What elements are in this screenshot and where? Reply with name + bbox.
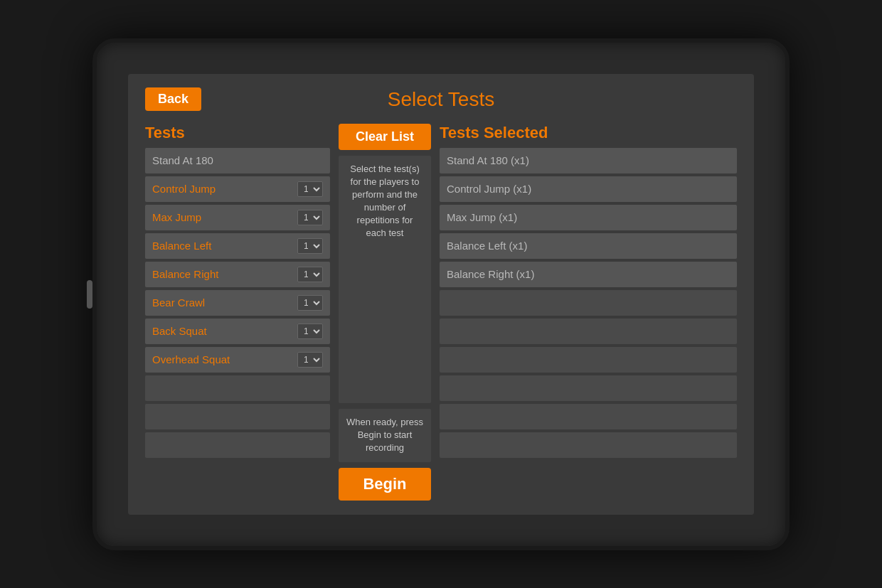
test-item-label: Balance Right (152, 268, 218, 280)
counter-select[interactable]: 1 ∨23 (297, 238, 323, 254)
selected-column-title: Tests Selected (440, 124, 737, 142)
test-item-label: Balance Left (152, 240, 211, 252)
counter-select[interactable]: 1 ∨23 (297, 295, 323, 311)
list-item (440, 375, 737, 401)
selected-item-label: Balance Right (x1) (447, 268, 534, 280)
list-item (440, 404, 737, 429)
list-item[interactable]: Balance Right 1 ∨23 (145, 262, 330, 287)
test-item-label: Overhead Squat (152, 353, 230, 365)
list-item[interactable]: Control Jump (x1) (440, 176, 737, 202)
counter-select[interactable]: 1 ∨23 (297, 352, 323, 368)
list-item (440, 319, 737, 344)
list-item[interactable]: Max Jump 1 ∨23 (145, 205, 330, 230)
list-item[interactable]: Overhead Squat 1 ∨23 (145, 347, 330, 373)
tests-column: Tests Stand At 180 Control Jump 1 ∨23 Ma… (145, 124, 330, 501)
counter-select[interactable]: 1 ∨23 (297, 324, 323, 339)
tablet-screen: Back Select Tests Tests Stand At 180 Con… (128, 74, 754, 515)
clear-list-button[interactable]: Clear List (339, 124, 431, 150)
back-button[interactable]: Back (145, 87, 201, 111)
when-ready-text: When ready, press Begin to start recordi… (339, 409, 431, 462)
test-item-label: Back Squat (152, 325, 207, 337)
list-item[interactable]: Bear Crawl 1 ∨23 (145, 290, 330, 316)
list-item (440, 290, 737, 316)
selected-item-label: Control Jump (x1) (447, 183, 531, 195)
tests-column-title: Tests (145, 124, 330, 142)
test-item-label: Stand At 180 (152, 154, 213, 166)
counter-select[interactable]: 1 ∨23 (297, 181, 323, 197)
begin-button[interactable]: Begin (339, 468, 431, 501)
tablet-device: Back Select Tests Tests Stand At 180 Con… (92, 38, 790, 550)
counter-select[interactable]: 1 ∨23 (297, 210, 323, 225)
main-content: Tests Stand At 180 Control Jump 1 ∨23 Ma… (145, 124, 737, 501)
list-item[interactable]: Stand At 180 (x1) (440, 148, 737, 173)
list-item[interactable]: Max Jump (x1) (440, 205, 737, 230)
list-item (440, 347, 737, 373)
selected-column: Tests Selected Stand At 180 (x1) Control… (440, 124, 737, 501)
list-item[interactable]: Balance Left 1 ∨23 (145, 233, 330, 259)
counter-select[interactable]: 1 ∨23 (297, 267, 323, 282)
list-item[interactable]: Control Jump 1 ∨23 (145, 176, 330, 202)
page-title: Select Tests (388, 88, 494, 111)
selected-item-label: Max Jump (x1) (447, 211, 517, 223)
instructions-text: Select the test(s) for the players to pe… (339, 156, 431, 403)
list-item (145, 375, 330, 401)
selected-item-label: Stand At 180 (x1) (447, 154, 529, 166)
middle-column: Clear List Select the test(s) for the pl… (339, 124, 431, 501)
selected-item-label: Balance Left (x1) (447, 240, 527, 252)
list-item[interactable]: Balance Right (x1) (440, 262, 737, 287)
list-item[interactable]: Balance Left (x1) (440, 233, 737, 259)
test-item-label: Max Jump (152, 211, 201, 223)
list-item[interactable]: Back Squat 1 ∨23 (145, 319, 330, 344)
list-item (440, 432, 737, 458)
test-item-label: Bear Crawl (152, 296, 205, 309)
list-item (145, 432, 330, 458)
list-item[interactable]: Stand At 180 (145, 148, 330, 173)
tablet-side-button (87, 280, 92, 309)
header: Back Select Tests (145, 88, 737, 111)
list-item (145, 404, 330, 429)
test-item-label: Control Jump (152, 183, 216, 195)
